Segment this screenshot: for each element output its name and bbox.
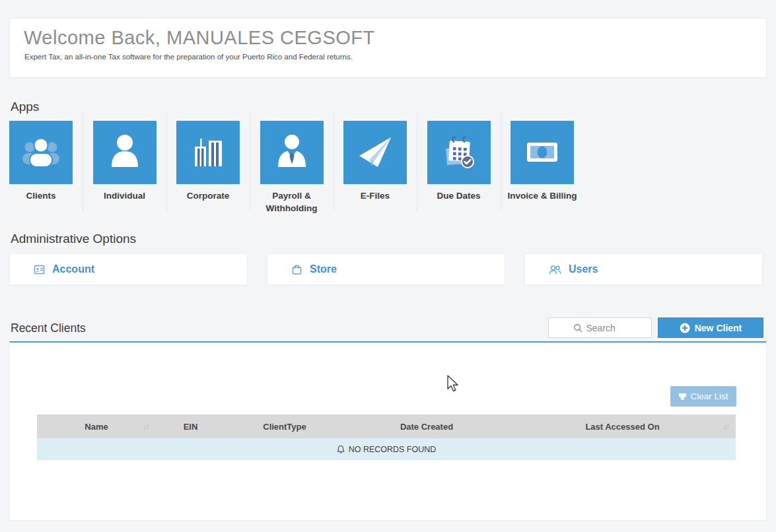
search-icon (573, 323, 582, 333)
apps-row: Clients Individual Corporate (9, 121, 594, 215)
users-icon (549, 264, 561, 275)
app-label: Corporate (167, 190, 249, 203)
column-header-date-created[interactable]: Date Created (344, 415, 509, 438)
plus-circle-icon (680, 323, 690, 333)
app-label: Clients (0, 190, 82, 203)
admin-card-account[interactable]: Account (9, 253, 248, 285)
paper-plane-icon (343, 121, 407, 184)
individual-icon (93, 121, 157, 184)
id-card-icon (34, 264, 45, 275)
app-label: Individual (84, 190, 166, 203)
corporate-icon (176, 121, 240, 184)
eraser-icon (678, 392, 687, 401)
app-payroll[interactable]: Payroll & Withholding (260, 121, 324, 215)
admin-card-label: Store (310, 263, 337, 275)
app-label: Payroll & Withholding (251, 190, 333, 215)
app-individual[interactable]: Individual (93, 121, 157, 215)
column-header-name[interactable]: Name ↓↑ (37, 415, 156, 438)
sort-icon: ↓↑ (723, 422, 729, 430)
no-records-row: NO RECORDS FOUND (37, 438, 736, 460)
recent-clients-heading: Recent Clients (11, 321, 86, 335)
apps-heading: Apps (11, 100, 39, 114)
page-title: Welcome Back, MANUALES CEGSOFT (24, 27, 766, 49)
column-header-clienttype[interactable]: ClientType (225, 415, 344, 438)
app-label: Due Dates (418, 190, 500, 203)
app-label: Invoice & Billing (501, 190, 583, 203)
app-efiles[interactable]: E-Files (343, 121, 407, 215)
new-client-label: New Client (695, 323, 742, 333)
clients-icon (9, 121, 73, 184)
admin-card-users[interactable]: Users (524, 253, 763, 285)
recent-clients-card: Clear List Name ↓↑ EIN ClientType Date C… (9, 341, 767, 521)
search-box[interactable] (548, 317, 652, 338)
admin-options-heading: Administrative Options (11, 232, 136, 246)
admin-options-row: Account Store Users (9, 253, 776, 285)
admin-card-store[interactable]: Store (267, 253, 505, 285)
column-header-last-accessed[interactable]: Last Accessed On ↓↑ (509, 415, 736, 438)
table-header-row: Name ↓↑ EIN ClientType Date Created Last… (37, 415, 736, 438)
column-header-ein[interactable]: EIN (156, 415, 225, 438)
no-records-label: NO RECORDS FOUND (349, 445, 437, 454)
app-duedates[interactable]: Due Dates (427, 121, 491, 215)
app-label: E-Files (334, 190, 416, 203)
page-subtitle: Expert Tax, an all-in-one Tax software f… (24, 53, 766, 61)
clear-list-label: Clear List (690, 391, 728, 401)
welcome-card: Welcome Back, MANUALES CEGSOFT Expert Ta… (9, 18, 767, 78)
clients-table: Name ↓↑ EIN ClientType Date Created Last… (37, 415, 736, 460)
search-input[interactable] (586, 323, 627, 333)
admin-card-label: Account (52, 263, 94, 275)
shopping-bag-icon (291, 264, 302, 275)
app-clients[interactable]: Clients (9, 121, 73, 215)
payroll-icon (260, 121, 324, 184)
admin-card-label: Users (569, 263, 598, 275)
app-invoice[interactable]: Invoice & Billing (511, 121, 574, 215)
new-client-button[interactable]: New Client (658, 317, 763, 338)
clear-list-button[interactable]: Clear List (670, 386, 736, 407)
calendar-check-icon (427, 121, 491, 184)
app-corporate[interactable]: Corporate (176, 121, 240, 215)
bell-icon (337, 445, 345, 454)
sort-icon: ↓↑ (143, 422, 149, 430)
money-bill-icon (511, 121, 574, 184)
